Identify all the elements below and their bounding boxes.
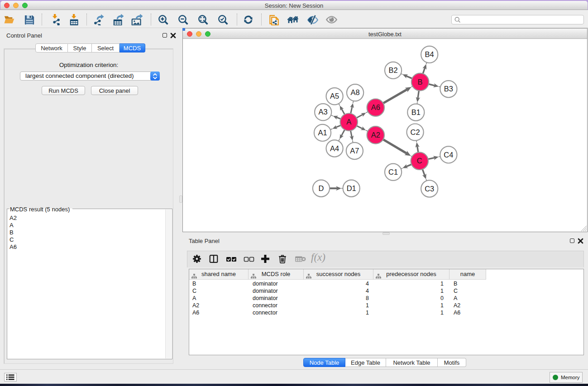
svg-text:A6: A6 <box>371 103 380 111</box>
svg-text:D: D <box>319 184 324 192</box>
svg-text:A: A <box>346 118 351 126</box>
svg-text:A4: A4 <box>330 144 339 152</box>
svg-text:C3: C3 <box>425 185 434 193</box>
svg-text:B1: B1 <box>411 108 421 116</box>
svg-text:B: B <box>418 78 423 86</box>
svg-text:B3: B3 <box>444 85 453 93</box>
svg-text:A3: A3 <box>319 108 328 116</box>
svg-text:B4: B4 <box>425 50 434 58</box>
svg-text:A1: A1 <box>318 129 327 137</box>
svg-text:B2: B2 <box>389 66 398 74</box>
svg-text:A5: A5 <box>330 92 339 100</box>
svg-text:C4: C4 <box>444 151 453 159</box>
svg-text:A8: A8 <box>351 88 360 96</box>
svg-text:C2: C2 <box>411 128 420 136</box>
svg-text:A2: A2 <box>371 131 380 139</box>
svg-text:C1: C1 <box>388 168 398 176</box>
svg-text:D1: D1 <box>347 184 356 192</box>
svg-text:A7: A7 <box>350 147 359 155</box>
svg-text:C: C <box>417 157 422 165</box>
